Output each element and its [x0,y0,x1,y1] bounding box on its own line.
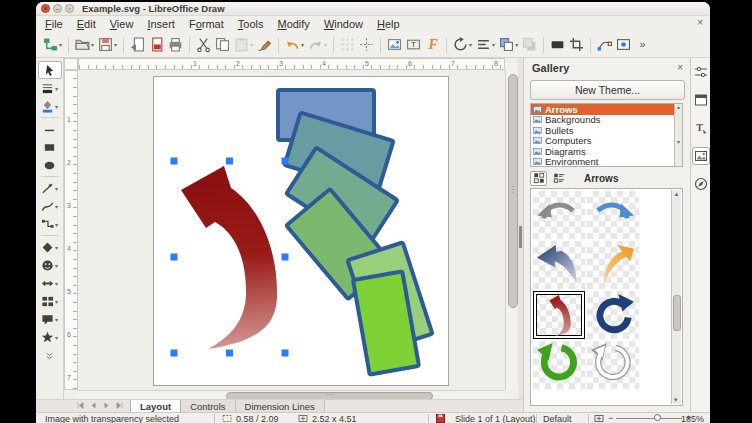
menu-tools[interactable]: Tools [231,18,271,30]
show-draw-functions-button[interactable] [548,35,567,55]
menu-edit[interactable]: Edit [70,18,103,30]
zoom-slider-track[interactable] [616,418,682,419]
gallery-theme-bullets[interactable]: Bullets [531,125,682,136]
menu-file[interactable]: File [38,18,70,30]
selection-handle[interactable] [282,254,289,261]
symbol-shapes-button[interactable]: ▾ [38,256,62,274]
line-color-button[interactable]: ▾ [38,79,62,97]
rectangle-button[interactable] [38,138,62,156]
new-drawing-button[interactable]: ▾ [41,35,64,55]
window-maximize-button[interactable]: ▫ [65,4,74,13]
sidebar-tab-gallery[interactable] [692,147,710,165]
gallery-list-scrollbar[interactable]: ▴▾ [674,104,682,166]
gallery-theme-backgrounds[interactable]: Backgrounds [531,115,682,126]
redo-dropdown-arrow[interactable]: ▾ [324,41,327,48]
select-button[interactable] [38,61,62,79]
zoom-out-icon[interactable]: − [608,413,613,423]
new-drawing-dropdown-arrow[interactable]: ▾ [59,41,62,48]
green-circular-arrow-thumbnail[interactable] [533,341,585,389]
selection-handle[interactable] [226,350,233,357]
undo-button[interactable]: ▾ [283,35,306,55]
arrange-dropdown-arrow[interactable]: ▾ [515,41,518,48]
sidebar-tab-properties[interactable] [692,91,710,109]
menu-help[interactable]: Help [370,18,407,30]
orange-curved-arrow-thumbnail[interactable] [587,241,639,289]
menu-view[interactable]: View [103,18,141,30]
transformations-button[interactable]: ▾ [451,35,474,55]
save-button[interactable]: ▾ [96,35,119,55]
flowchart-button[interactable]: ▾ [38,292,62,310]
basic-shapes-button[interactable]: ▾ [38,238,62,256]
detailed-view-button[interactable] [550,171,567,186]
gallery-thumbnails-scrollbar[interactable]: ▴▾ [671,190,681,404]
navy-arrow-thumbnail[interactable] [533,241,585,289]
vertical-scrollbar-thumb[interactable]: ⋮ [508,74,518,308]
print-button[interactable] [166,35,185,55]
cut-button[interactable] [194,35,213,55]
insert-line-button[interactable] [38,120,62,138]
selection-handle[interactable] [171,158,178,165]
sidebar-tab-shapes[interactable]: T [692,119,710,137]
lines-and-arrows-button[interactable]: ▾ [38,179,62,197]
page-style[interactable]: Default [543,414,572,423]
ellipse-button[interactable] [38,156,62,174]
titlebar[interactable]: × – ▫ Example.svg - LibreOffice Draw [36,2,710,16]
basic-shapes-dropdown-arrow[interactable]: ▾ [55,244,58,251]
toolbar-more-button[interactable] [38,346,62,364]
export-pdf-button[interactable] [147,35,166,55]
callouts-button[interactable]: ▾ [38,310,62,328]
splitter-grip-icon[interactable] [519,226,522,248]
sidebar-tab-navigator[interactable] [692,175,710,193]
blue-curved-arrow-thumbnail[interactable] [587,191,639,239]
open-button[interactable]: ▾ [73,35,96,55]
export-button[interactable] [128,35,147,55]
clone-formatting-button[interactable] [255,35,274,55]
gallery-theme-arrows[interactable]: Arrows [531,104,682,115]
insert-text-box-button[interactable]: T [404,35,423,55]
symbol-shapes-dropdown-arrow[interactable]: ▾ [55,262,58,269]
canvas-area[interactable] [78,70,505,390]
selection-handle[interactable] [282,158,289,165]
arrange-button[interactable]: ▾ [497,35,520,55]
undo-dropdown-arrow[interactable]: ▾ [301,41,304,48]
menu-modify[interactable]: Modify [270,18,316,30]
gallery-theme-diagrams[interactable]: Diagrams [531,146,682,157]
transformations-dropdown-arrow[interactable]: ▾ [469,41,472,48]
insert-ole-button[interactable] [614,35,633,55]
align-button[interactable]: ▾ [474,35,497,55]
menu-format[interactable]: Format [182,18,231,30]
curves-polygons-button[interactable]: ▾ [38,197,62,215]
edit-points-button[interactable] [595,35,614,55]
gallery-theme-computers[interactable]: Computers [531,136,682,147]
selection-handle[interactable] [226,158,233,165]
overflow-button[interactable]: » [633,35,652,55]
lines-and-arrows-dropdown-arrow[interactable]: ▾ [55,185,58,192]
layer-tab-controls[interactable]: Controls [181,400,235,412]
paste-dropdown-arrow[interactable]: ▾ [250,41,253,48]
menu-window[interactable]: Window [317,18,370,30]
menu-insert[interactable]: Insert [140,18,182,30]
selection-handle[interactable] [282,350,289,357]
open-dropdown-arrow[interactable]: ▾ [91,41,94,48]
vertical-ruler[interactable]: 1234567 [64,70,78,390]
copy-button[interactable] [213,35,232,55]
window-minimize-button[interactable]: – [53,4,62,13]
tab-first-button[interactable] [74,401,87,412]
tab-prev-button[interactable] [87,401,100,412]
horizontal-ruler[interactable]: 12345678 [78,58,505,70]
align-dropdown-arrow[interactable]: ▾ [492,41,495,48]
horizontal-scrollbar[interactable]: ⋯ [78,390,505,399]
curves-polygons-dropdown-arrow[interactable]: ▾ [55,203,58,210]
fontwork-button[interactable]: F [423,35,442,55]
insert-image-button[interactable] [385,35,404,55]
crop-button[interactable] [567,35,586,55]
connectors-button[interactable]: ▾ [38,215,62,233]
outline-circular-arrow-thumbnail[interactable] [587,341,639,389]
connectors-dropdown-arrow[interactable]: ▾ [55,221,58,228]
stars-banners-dropdown-arrow[interactable]: ▾ [55,334,58,341]
layer-tab-layout[interactable]: Layout [130,400,181,412]
sidebar-tab-sidebar-settings[interactable] [692,63,710,81]
red-curved-arrow-thumbnail[interactable] [533,291,585,339]
gray-curved-arrow-thumbnail[interactable] [533,191,585,239]
window-close-button[interactable]: × [41,4,50,13]
